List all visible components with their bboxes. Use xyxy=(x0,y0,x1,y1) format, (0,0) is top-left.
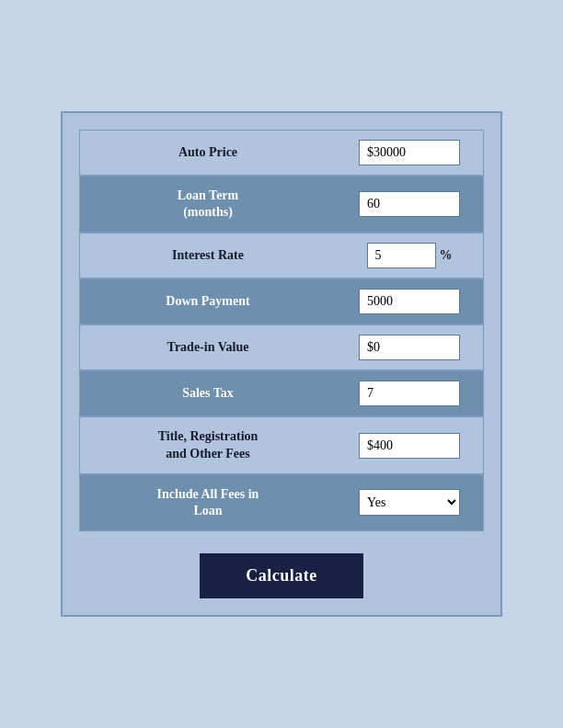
label-fees: Title, Registrationand Other Fees xyxy=(80,417,336,472)
label-trade-in-value: Trade-in Value xyxy=(80,325,336,370)
label-interest-rate: Interest Rate xyxy=(80,233,336,278)
loan-term-input[interactable] xyxy=(359,191,460,217)
row-include-fees: Include All Fees inLoan Yes No xyxy=(79,474,484,531)
row-interest-rate: Interest Rate % xyxy=(79,233,484,279)
trade-in-value-input[interactable] xyxy=(359,335,460,360)
row-sales-tax: Sales Tax xyxy=(79,370,484,416)
row-auto-price: Auto Price xyxy=(79,130,484,176)
form-table: Auto Price Loan Term(months) Interest Ra… xyxy=(79,130,484,531)
auto-loan-calculator: Auto Price Loan Term(months) Interest Ra… xyxy=(61,111,502,617)
label-down-payment: Down Payment xyxy=(80,279,336,324)
row-loan-term: Loan Term(months) xyxy=(79,176,484,233)
interest-rate-input[interactable] xyxy=(367,243,436,268)
row-trade-in-value: Trade-in Value xyxy=(79,324,484,370)
row-fees: Title, Registrationand Other Fees xyxy=(79,416,484,473)
calculate-button[interactable]: Calculate xyxy=(200,553,362,598)
input-cell-trade-in-value xyxy=(336,325,483,370)
input-cell-auto-price xyxy=(336,131,483,175)
interest-rate-wrapper: % xyxy=(367,243,453,268)
calculate-section: Calculate xyxy=(79,553,484,598)
input-cell-loan-term xyxy=(336,176,483,232)
label-auto-price: Auto Price xyxy=(80,131,336,175)
label-include-fees: Include All Fees inLoan xyxy=(80,475,336,530)
input-cell-sales-tax xyxy=(336,371,483,415)
label-sales-tax: Sales Tax xyxy=(80,371,336,415)
input-cell-interest-rate: % xyxy=(336,233,483,278)
percent-sign: % xyxy=(440,248,453,263)
auto-price-input[interactable] xyxy=(359,140,460,165)
include-fees-select[interactable]: Yes No xyxy=(359,489,460,516)
label-loan-term: Loan Term(months) xyxy=(80,176,336,232)
input-cell-fees xyxy=(336,417,483,472)
sales-tax-input[interactable] xyxy=(359,381,460,406)
fees-input[interactable] xyxy=(359,433,460,459)
down-payment-input[interactable] xyxy=(359,289,460,314)
input-cell-include-fees: Yes No xyxy=(336,475,483,530)
row-down-payment: Down Payment xyxy=(79,279,484,324)
input-cell-down-payment xyxy=(336,279,483,324)
